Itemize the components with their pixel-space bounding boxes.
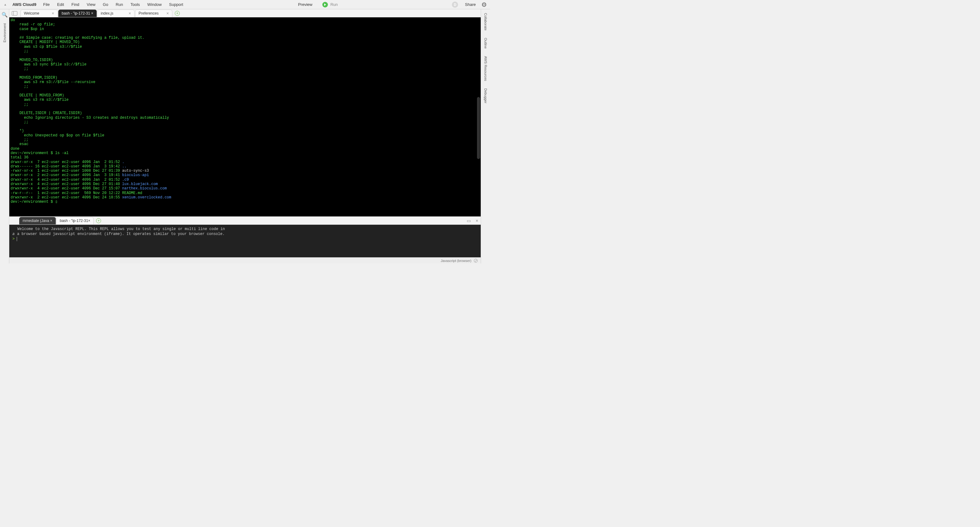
tab-label: Welcome [24, 11, 39, 16]
run-button[interactable]: Run [318, 2, 342, 8]
avatar[interactable]: D [452, 2, 458, 8]
new-tab-button[interactable]: + [175, 11, 180, 16]
repl-prompt: > [13, 237, 14, 241]
status-language[interactable]: Javascript (browser) [441, 259, 471, 263]
bottom-panel: mmediate (Java × bash - "ip-172-31× + ▭ … [9, 217, 481, 263]
close-icon[interactable]: × [166, 11, 169, 16]
right-rail: Collaborate Outline AWS Resources Debugg… [481, 9, 490, 263]
panel-debugger[interactable]: Debugger [484, 88, 487, 103]
menu-caret-icon[interactable]: ▲ [2, 3, 9, 6]
bottom-tabbar: mmediate (Java × bash - "ip-172-31× + ▭ … [9, 217, 481, 225]
panel-outline[interactable]: Outline [484, 38, 487, 49]
menu-window[interactable]: Window [144, 2, 165, 7]
panel-layout-icon[interactable] [12, 11, 18, 16]
terminal-scrollbar[interactable] [476, 18, 481, 217]
scrollbar-thumb[interactable] [477, 97, 480, 159]
share-button[interactable]: Share [462, 2, 479, 7]
run-label: Run [330, 2, 338, 7]
menu-file[interactable]: File [40, 2, 52, 7]
editor-tabbar: Welcome × bash - "ip-172-31 × index.js ×… [9, 9, 481, 18]
tab-label: index.js [101, 11, 113, 16]
close-icon[interactable]: × [129, 11, 131, 16]
left-rail: 🔍 Environment [0, 9, 9, 263]
block-icon[interactable] [474, 259, 477, 263]
repl-text: Welcome to the Javascript REPL. This REP… [18, 227, 225, 231]
tab-bash[interactable]: bash - "ip-172-31 × [58, 10, 97, 17]
terminal-output: do read -r op file; case $op in ## Simpl… [9, 18, 476, 205]
tab-bash-bottom[interactable]: bash - "ip-172-31× [56, 217, 94, 224]
tab-preferences[interactable]: Preferences × [135, 10, 172, 17]
repl-panel[interactable]: Welcome to the Javascript REPL. This REP… [9, 225, 481, 257]
statusbar: Javascript (browser) [9, 257, 481, 263]
tab-label: mmediate (Java × [22, 218, 52, 223]
gear-icon[interactable]: ⚙ [480, 1, 488, 8]
tab-label: Preferences [138, 11, 159, 16]
new-bottom-tab-button[interactable]: + [96, 218, 101, 223]
tab-label: bash - "ip-172-31 × [62, 11, 93, 16]
menu-view[interactable]: View [84, 2, 99, 7]
menu-go[interactable]: Go [100, 2, 111, 7]
panel-environment[interactable]: Environment [3, 23, 6, 43]
menu-support[interactable]: Support [166, 2, 186, 7]
menu-find[interactable]: Find [68, 2, 83, 7]
close-icon[interactable]: × [52, 11, 54, 16]
tab-welcome[interactable]: Welcome × [21, 10, 58, 17]
tab-immediate[interactable]: mmediate (Java × [19, 217, 56, 224]
menubar: ▲ AWS Cloud9 File Edit Find View Go Run … [0, 0, 490, 9]
panel-collaborate[interactable]: Collaborate [484, 13, 487, 30]
panel-aws-resources[interactable]: AWS Resources [484, 56, 487, 81]
tab-indexjs[interactable]: index.js × [97, 10, 135, 17]
menu-edit[interactable]: Edit [54, 2, 67, 7]
menu-tools[interactable]: Tools [127, 2, 143, 7]
play-icon [322, 2, 328, 8]
search-icon[interactable]: 🔍 [2, 9, 8, 20]
tab-label: bash - "ip-172-31× [60, 218, 91, 223]
app-title: AWS Cloud9 [10, 2, 39, 7]
maximize-icon[interactable]: ▭ [464, 218, 473, 223]
terminal-panel[interactable]: do read -r op file; case $op in ## Simpl… [9, 18, 481, 217]
repl-text: a browser based javascript environment (… [17, 232, 225, 236]
preview-button[interactable]: Preview [294, 2, 317, 7]
menu-run[interactable]: Run [113, 2, 126, 7]
close-panel-icon[interactable]: × [473, 218, 481, 223]
